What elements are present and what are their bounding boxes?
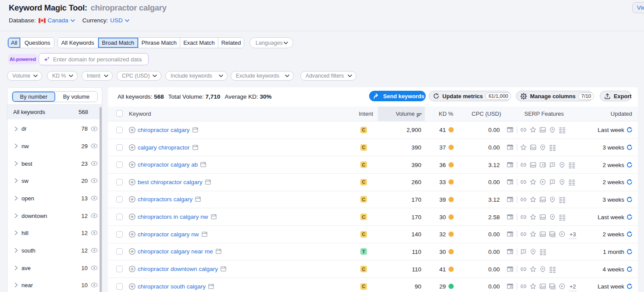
svg-text:?: ? — [551, 180, 554, 184]
svg-text:?: ? — [551, 162, 554, 166]
svg-text:?: ? — [523, 249, 525, 253]
